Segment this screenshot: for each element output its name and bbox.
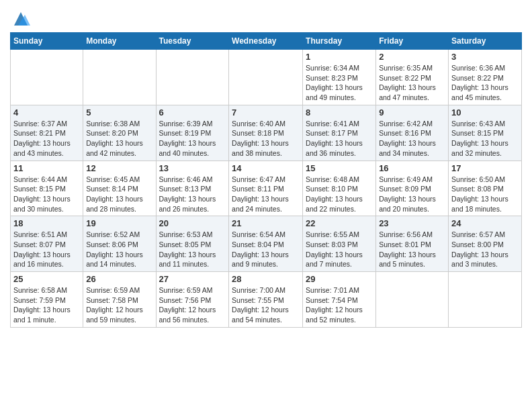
day-number: 8 bbox=[306, 107, 373, 118]
day-number: 13 bbox=[159, 163, 226, 173]
day-info: Sunrise: 6:51 AMSunset: 8:07 PMDaylight:… bbox=[13, 230, 80, 269]
calendar-cell bbox=[11, 50, 83, 105]
weekday-header-sunday: Sunday bbox=[11, 33, 83, 50]
day-info: Sunrise: 6:37 AMSunset: 8:21 PMDaylight:… bbox=[13, 119, 80, 158]
calendar-cell: 12Sunrise: 6:45 AMSunset: 8:14 PMDayligh… bbox=[83, 161, 156, 216]
calendar-week-2: 4Sunrise: 6:37 AMSunset: 8:21 PMDaylight… bbox=[11, 105, 522, 161]
calendar-cell: 26Sunrise: 6:59 AMSunset: 7:58 PMDayligh… bbox=[83, 272, 156, 328]
calendar-cell: 28Sunrise: 7:00 AMSunset: 7:55 PMDayligh… bbox=[229, 272, 303, 328]
day-info: Sunrise: 6:38 AMSunset: 8:20 PMDaylight:… bbox=[86, 119, 152, 158]
day-number: 23 bbox=[379, 218, 445, 228]
weekday-header-thursday: Thursday bbox=[303, 33, 376, 50]
logo-icon bbox=[11, 9, 30, 28]
day-info: Sunrise: 6:50 AMSunset: 8:08 PMDaylight:… bbox=[451, 175, 519, 214]
day-number: 4 bbox=[13, 107, 80, 118]
calendar-cell bbox=[156, 50, 229, 105]
weekday-header-monday: Monday bbox=[83, 33, 156, 50]
day-number: 9 bbox=[379, 107, 445, 118]
calendar-cell: 16Sunrise: 6:49 AMSunset: 8:09 PMDayligh… bbox=[376, 161, 449, 216]
day-number: 6 bbox=[159, 107, 226, 118]
day-number: 29 bbox=[306, 274, 373, 284]
day-number: 24 bbox=[451, 218, 519, 228]
day-number: 16 bbox=[379, 163, 445, 173]
day-number: 25 bbox=[13, 274, 80, 284]
calendar-cell: 2Sunrise: 6:35 AMSunset: 8:22 PMDaylight… bbox=[376, 50, 449, 105]
day-info: Sunrise: 6:40 AMSunset: 8:18 PMDaylight:… bbox=[232, 119, 300, 158]
page-header bbox=[10, 7, 522, 28]
calendar-week-3: 11Sunrise: 6:44 AMSunset: 8:15 PMDayligh… bbox=[11, 161, 522, 216]
calendar-cell: 29Sunrise: 7:01 AMSunset: 7:54 PMDayligh… bbox=[303, 272, 376, 328]
day-number: 22 bbox=[306, 218, 373, 228]
day-number: 11 bbox=[13, 163, 80, 173]
calendar-cell bbox=[449, 272, 522, 328]
weekday-header-friday: Friday bbox=[376, 33, 449, 50]
day-info: Sunrise: 7:01 AMSunset: 7:54 PMDaylight:… bbox=[306, 285, 373, 325]
day-number: 14 bbox=[232, 163, 300, 173]
calendar-cell: 17Sunrise: 6:50 AMSunset: 8:08 PMDayligh… bbox=[449, 161, 522, 216]
day-info: Sunrise: 6:58 AMSunset: 7:59 PMDaylight:… bbox=[13, 285, 80, 325]
calendar-cell bbox=[229, 50, 303, 105]
day-info: Sunrise: 6:45 AMSunset: 8:14 PMDaylight:… bbox=[86, 175, 152, 214]
day-info: Sunrise: 6:53 AMSunset: 8:05 PMDaylight:… bbox=[159, 230, 226, 269]
calendar-cell: 4Sunrise: 6:37 AMSunset: 8:21 PMDaylight… bbox=[11, 105, 83, 161]
day-number: 20 bbox=[159, 218, 226, 228]
day-info: Sunrise: 6:54 AMSunset: 8:04 PMDaylight:… bbox=[232, 230, 300, 269]
weekday-header-saturday: Saturday bbox=[449, 33, 522, 50]
calendar-cell: 24Sunrise: 6:57 AMSunset: 8:00 PMDayligh… bbox=[449, 216, 522, 272]
calendar-week-4: 18Sunrise: 6:51 AMSunset: 8:07 PMDayligh… bbox=[11, 216, 522, 272]
day-info: Sunrise: 6:59 AMSunset: 7:58 PMDaylight:… bbox=[86, 285, 152, 325]
day-info: Sunrise: 6:35 AMSunset: 8:22 PMDaylight:… bbox=[379, 63, 445, 103]
day-info: Sunrise: 6:56 AMSunset: 8:01 PMDaylight:… bbox=[379, 230, 445, 269]
calendar-cell: 5Sunrise: 6:38 AMSunset: 8:20 PMDaylight… bbox=[83, 105, 156, 161]
logo bbox=[10, 9, 30, 28]
calendar-cell: 19Sunrise: 6:52 AMSunset: 8:06 PMDayligh… bbox=[83, 216, 156, 272]
calendar-cell: 21Sunrise: 6:54 AMSunset: 8:04 PMDayligh… bbox=[229, 216, 303, 272]
calendar-cell: 13Sunrise: 6:46 AMSunset: 8:13 PMDayligh… bbox=[156, 161, 229, 216]
day-info: Sunrise: 6:47 AMSunset: 8:11 PMDaylight:… bbox=[232, 175, 300, 214]
weekday-header-tuesday: Tuesday bbox=[156, 33, 229, 50]
day-number: 2 bbox=[379, 52, 445, 62]
day-info: Sunrise: 6:59 AMSunset: 7:56 PMDaylight:… bbox=[159, 285, 226, 325]
calendar-week-5: 25Sunrise: 6:58 AMSunset: 7:59 PMDayligh… bbox=[11, 272, 522, 328]
day-number: 3 bbox=[451, 52, 519, 62]
weekday-header-wednesday: Wednesday bbox=[229, 33, 303, 50]
day-number: 27 bbox=[159, 274, 226, 284]
day-number: 18 bbox=[13, 218, 80, 228]
day-number: 7 bbox=[232, 107, 300, 118]
calendar-cell: 7Sunrise: 6:40 AMSunset: 8:18 PMDaylight… bbox=[229, 105, 303, 161]
day-info: Sunrise: 6:34 AMSunset: 8:23 PMDaylight:… bbox=[306, 63, 373, 103]
calendar-cell: 9Sunrise: 6:42 AMSunset: 8:16 PMDaylight… bbox=[376, 105, 449, 161]
day-info: Sunrise: 6:39 AMSunset: 8:19 PMDaylight:… bbox=[159, 119, 226, 158]
calendar-cell: 15Sunrise: 6:48 AMSunset: 8:10 PMDayligh… bbox=[303, 161, 376, 216]
day-number: 26 bbox=[86, 274, 152, 284]
calendar-cell: 10Sunrise: 6:43 AMSunset: 8:15 PMDayligh… bbox=[449, 105, 522, 161]
day-number: 10 bbox=[451, 107, 519, 118]
day-number: 5 bbox=[86, 107, 152, 118]
day-info: Sunrise: 7:00 AMSunset: 7:55 PMDaylight:… bbox=[232, 285, 300, 325]
day-info: Sunrise: 6:48 AMSunset: 8:10 PMDaylight:… bbox=[306, 175, 373, 214]
day-info: Sunrise: 6:41 AMSunset: 8:17 PMDaylight:… bbox=[306, 119, 373, 158]
weekday-header-row: SundayMondayTuesdayWednesdayThursdayFrid… bbox=[11, 33, 522, 50]
day-number: 1 bbox=[306, 52, 373, 62]
day-number: 17 bbox=[451, 163, 519, 173]
calendar-cell: 23Sunrise: 6:56 AMSunset: 8:01 PMDayligh… bbox=[376, 216, 449, 272]
day-info: Sunrise: 6:46 AMSunset: 8:13 PMDaylight:… bbox=[159, 175, 226, 214]
calendar-cell: 22Sunrise: 6:55 AMSunset: 8:03 PMDayligh… bbox=[303, 216, 376, 272]
calendar-week-1: 1Sunrise: 6:34 AMSunset: 8:23 PMDaylight… bbox=[11, 50, 522, 105]
day-info: Sunrise: 6:44 AMSunset: 8:15 PMDaylight:… bbox=[13, 175, 80, 214]
day-info: Sunrise: 6:43 AMSunset: 8:15 PMDaylight:… bbox=[451, 119, 519, 158]
day-info: Sunrise: 6:52 AMSunset: 8:06 PMDaylight:… bbox=[86, 230, 152, 269]
day-number: 15 bbox=[306, 163, 373, 173]
calendar-table: SundayMondayTuesdayWednesdayThursdayFrid… bbox=[10, 32, 522, 328]
calendar-cell: 1Sunrise: 6:34 AMSunset: 8:23 PMDaylight… bbox=[303, 50, 376, 105]
calendar-cell: 20Sunrise: 6:53 AMSunset: 8:05 PMDayligh… bbox=[156, 216, 229, 272]
calendar-cell: 6Sunrise: 6:39 AMSunset: 8:19 PMDaylight… bbox=[156, 105, 229, 161]
calendar-cell: 18Sunrise: 6:51 AMSunset: 8:07 PMDayligh… bbox=[11, 216, 83, 272]
calendar-cell: 14Sunrise: 6:47 AMSunset: 8:11 PMDayligh… bbox=[229, 161, 303, 216]
calendar-cell: 3Sunrise: 6:36 AMSunset: 8:22 PMDaylight… bbox=[449, 50, 522, 105]
calendar-cell: 11Sunrise: 6:44 AMSunset: 8:15 PMDayligh… bbox=[11, 161, 83, 216]
day-number: 12 bbox=[86, 163, 152, 173]
day-number: 28 bbox=[232, 274, 300, 284]
day-info: Sunrise: 6:55 AMSunset: 8:03 PMDaylight:… bbox=[306, 230, 373, 269]
calendar-cell: 8Sunrise: 6:41 AMSunset: 8:17 PMDaylight… bbox=[303, 105, 376, 161]
